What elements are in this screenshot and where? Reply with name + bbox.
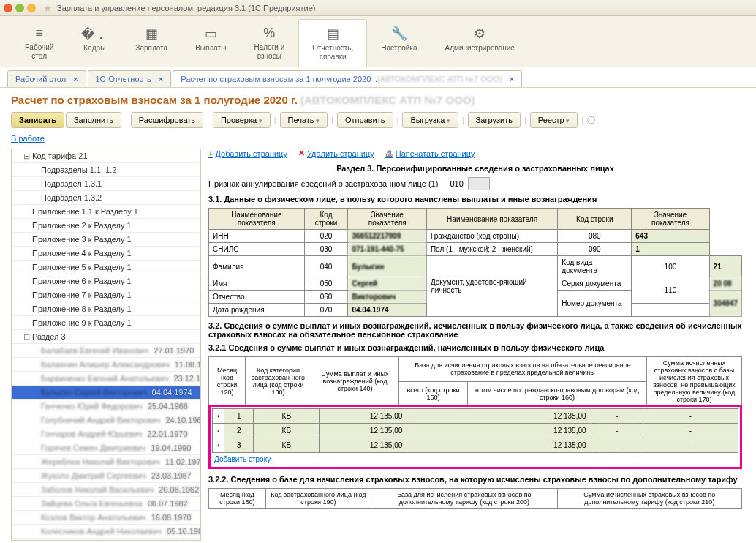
- table-row[interactable]: ‹2КВ12 135,0012 135,00--: [213, 424, 738, 438]
- tree-person[interactable]: Балабаев Евгений Иванович 27.01.1970: [12, 344, 200, 358]
- doc-series-value[interactable]: 20 08: [709, 277, 741, 291]
- print-button[interactable]: Печать: [280, 112, 328, 128]
- tree-person[interactable]: Козлов Виктор Анатольевич 16.08.1970: [12, 511, 200, 525]
- inn-value[interactable]: 366512217909: [348, 230, 426, 243]
- help-icon[interactable]: ⓘ: [587, 115, 595, 126]
- close-icon[interactable]: ×: [159, 75, 163, 83]
- people-icon: �．: [81, 26, 107, 42]
- print-page-link[interactable]: Напечатать страницу: [385, 149, 475, 158]
- check-button[interactable]: Проверка: [213, 112, 271, 128]
- load-button[interactable]: Загрузить: [468, 112, 521, 128]
- document-title: Расчет по страховым взносам за 1 полугод…: [11, 94, 745, 106]
- s321-title: 3.2.1 Сведения о сумме выплат и иных воз…: [208, 343, 742, 352]
- citizenship-value[interactable]: 643: [632, 230, 709, 243]
- add-page-link[interactable]: Добавить страницу: [208, 149, 287, 158]
- tree-person[interactable]: Гончаров Андрей Юрьевич 22.01.1970: [12, 427, 200, 441]
- window-maximize-icon[interactable]: [27, 4, 36, 12]
- s322-title: 3.2.2. Сведения о базе для начисления ст…: [208, 475, 742, 484]
- nav-nalogi[interactable]: %Налоги ивзносы: [240, 19, 298, 67]
- tree-app[interactable]: Приложение 1.1 к Разделу 1: [12, 205, 200, 219]
- name-value[interactable]: Сергей: [348, 277, 426, 291]
- s32-title: 3.2. Сведения о сумме выплат и иных возн…: [208, 321, 742, 339]
- table-321-header: Месяц (код строки 120) Код категории зас…: [208, 356, 742, 406]
- status-link[interactable]: В работе: [11, 134, 45, 143]
- collapse-icon[interactable]: ⊟: [22, 332, 31, 342]
- tree-person[interactable]: Ганченко Юрий Федорович 25.04.1968: [12, 400, 200, 413]
- save-button[interactable]: Записать: [11, 112, 64, 128]
- tree-person[interactable]: Жуколо Дмитрий Сергеевич 23.03.1987: [12, 469, 200, 483]
- tree-person[interactable]: Булыгин Сергей Викторович 04.04.1974: [12, 386, 200, 400]
- page-actions: Добавить страницу Удалить страницу Напеч…: [208, 149, 742, 158]
- tree-app[interactable]: Приложение 7 к Разделу 1: [12, 288, 200, 302]
- tree-tariff[interactable]: ⊟Код тарифа 21: [12, 149, 200, 163]
- nav-zarplata[interactable]: ▦Зарплата: [121, 19, 181, 67]
- tree-app[interactable]: Приложение 6 к Разделу 1: [12, 274, 200, 288]
- table-31: Наименование показателя Код строки Значе…: [208, 208, 742, 317]
- report-icon: ▤: [327, 26, 339, 42]
- table-row[interactable]: ‹1КВ12 135,0012 135,00--: [213, 409, 738, 424]
- tree-app[interactable]: Приложение 3 к Разделу 1: [12, 233, 200, 247]
- doc-kind-value[interactable]: 21: [709, 256, 741, 277]
- close-icon[interactable]: ×: [510, 75, 514, 83]
- table-321-data: ‹1КВ12 135,0012 135,00-- ‹2КВ12 135,0012…: [212, 408, 738, 453]
- tree-app[interactable]: Приложение 8 к Разделу 1: [12, 302, 200, 316]
- tree-person[interactable]: Зайцева Ольга Евгеньевна 06.07.1982: [12, 497, 200, 511]
- table-322-header: Месяц (код строки 180) Код застрахованно…: [208, 488, 742, 509]
- favorite-icon[interactable]: ★: [43, 2, 53, 14]
- tree-person[interactable]: Голубничий Андрей Викторович 24.10.1969: [12, 413, 200, 427]
- collapse-icon[interactable]: ⊟: [22, 151, 31, 161]
- tree-app[interactable]: Приложение 9 к Разделу 1: [12, 316, 200, 330]
- tree-sub[interactable]: Подразделы 1.1, 1.2: [12, 163, 200, 177]
- nav-admin[interactable]: ⚙Администрирование: [431, 19, 529, 67]
- tab-1c-report[interactable]: 1С-Отчетность×: [88, 70, 172, 87]
- wrench-icon: 🔧: [391, 26, 407, 42]
- window-minimize-icon[interactable]: [15, 4, 24, 12]
- tree-person[interactable]: Заболов Николай Васильевич 20.08.1962: [12, 483, 200, 497]
- nav-nastroika[interactable]: 🔧Настройка: [367, 19, 431, 67]
- money-icon: ▭: [205, 26, 217, 42]
- snils-value[interactable]: 071-191-440-75: [348, 243, 426, 256]
- tree-sub[interactable]: Подраздел 1.3.1: [12, 177, 200, 191]
- surname-value[interactable]: Булыгин: [348, 256, 426, 277]
- window-close-icon[interactable]: [4, 4, 12, 12]
- window-title: Зарплата и управление персоналом, редакц…: [57, 4, 315, 12]
- nav-kadry[interactable]: �．Кадры: [67, 19, 121, 67]
- content-area: Расчет по страховым взносам за 1 полугод…: [0, 88, 756, 543]
- tree-app[interactable]: Приложение 5 к Разделу 1: [12, 261, 200, 274]
- tree-person[interactable]: Жереблюк Николай Викторович 11.02.1970: [12, 455, 200, 469]
- registry-button[interactable]: Реестр: [530, 112, 578, 128]
- nav-desktop[interactable]: ≡Рабочийстол: [11, 19, 67, 67]
- patronymic-value[interactable]: Викторович: [348, 291, 426, 304]
- tree-app[interactable]: Приложение 4 к Разделу 1: [12, 247, 200, 261]
- add-row-link[interactable]: Добавить строку: [212, 453, 273, 465]
- tree-panel: ⊟Код тарифа 21 Подразделы 1.1, 1.2 Подра…: [11, 149, 201, 541]
- tree-person[interactable]: Балахнин Алишер Александрович 11.08.1967: [12, 358, 200, 372]
- tree-person[interactable]: Барвиненко Евгений Анатольевич 23.12.196…: [12, 372, 200, 386]
- close-icon[interactable]: ×: [73, 75, 78, 83]
- tree-person[interactable]: Колесников Андрей Николаевич 05.10.1983: [12, 525, 200, 539]
- birthdate-value[interactable]: 04.04.1974: [348, 304, 426, 317]
- main-nav: ≡Рабочийстол �．Кадры ▦Зарплата ▭Выплаты …: [0, 16, 756, 67]
- doc-number-value[interactable]: 304847: [709, 291, 741, 317]
- nav-vyplaty[interactable]: ▭Выплаты: [181, 19, 240, 67]
- title-bar: ★ Зарплата и управление персоналом, реда…: [0, 0, 756, 16]
- percent-icon: %: [263, 26, 275, 41]
- tree-section3[interactable]: ⊟Раздел 3: [12, 330, 200, 344]
- tree-app[interactable]: Приложение 2 к Разделу 1: [12, 219, 200, 233]
- annul-row: Признак аннулирования сведений о застрах…: [208, 177, 742, 190]
- tree-person[interactable]: Корнишин Сергей Юрьевич 17.09.1971: [12, 539, 200, 541]
- decode-button[interactable]: Расшифровать: [131, 112, 203, 128]
- fill-button[interactable]: Заполнить: [66, 112, 121, 128]
- sex-value[interactable]: 1: [632, 243, 709, 256]
- annul-input[interactable]: [468, 177, 490, 190]
- table-row[interactable]: ‹3КВ12 135,0012 135,00--: [213, 438, 738, 453]
- export-button[interactable]: Выгрузка: [402, 112, 458, 128]
- nav-otchetnost[interactable]: ▤Отчетность,справки: [298, 19, 367, 67]
- send-button[interactable]: Отправить: [337, 112, 393, 128]
- delete-page-link[interactable]: Удалить страницу: [298, 149, 374, 158]
- tree-sub[interactable]: Подраздел 1.3.2: [12, 191, 200, 205]
- tree-person[interactable]: Горячев Семен Дмитриевич 19.04.1990: [12, 441, 200, 455]
- tab-desktop[interactable]: Рабочий стол×: [7, 70, 86, 87]
- tab-raschet[interactable]: Расчет по страховым взносам за 1 полугод…: [173, 70, 522, 87]
- right-panel: Добавить страницу Удалить страницу Напеч…: [208, 149, 745, 541]
